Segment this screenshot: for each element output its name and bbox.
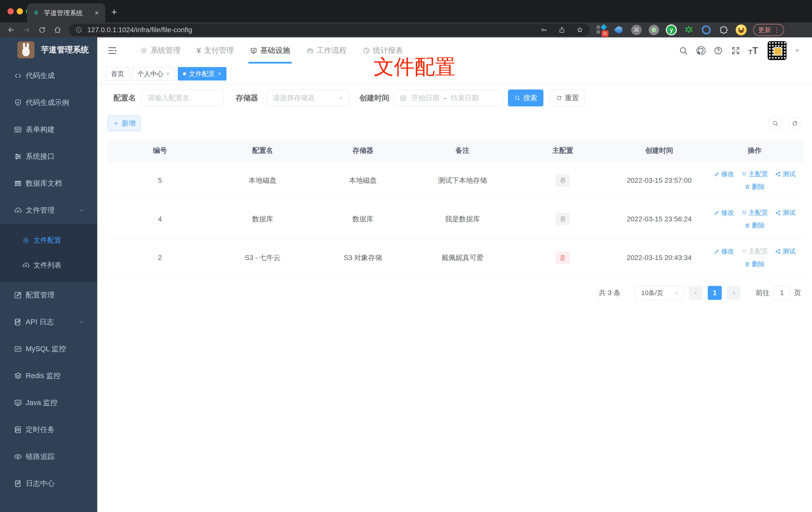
sidebar-item-trace[interactable]: 链路追踪 — [0, 443, 97, 470]
url-text[interactable]: 127.0.0.1:1024/infra/file/file-config — [87, 26, 530, 34]
avatar[interactable] — [767, 41, 787, 60]
storage-placeholder: 请选择存储器 — [273, 93, 315, 103]
avatar-caret-icon[interactable] — [794, 48, 800, 53]
sidebar-item-code-generation[interactable]: 代码生成 — [0, 62, 97, 89]
trash-icon — [745, 222, 750, 229]
traffic-light-minimize[interactable] — [17, 8, 23, 14]
reload-icon[interactable] — [38, 26, 47, 34]
page-size-select[interactable]: 10条/页 — [635, 286, 684, 300]
sidebar-item-db-doc[interactable]: 数据库文档 — [0, 170, 97, 197]
sidebar-menu: 代码生成 代码生成示例 表单构建 系统接口 数据库文档 文件管理 文件配置 — [0, 62, 97, 497]
tab-close-icon[interactable]: × — [218, 70, 221, 77]
new-tab-button[interactable]: + — [111, 7, 117, 17]
delete-link[interactable]: 删除 — [745, 182, 765, 191]
add-button[interactable]: 新增 — [108, 116, 141, 131]
show-search-button[interactable] — [768, 117, 782, 130]
font-size-icon[interactable]: TT — [748, 46, 758, 55]
view-tab-profile[interactable]: 个人中心 × — [132, 67, 175, 81]
edit-link[interactable]: 修改 — [714, 170, 734, 179]
sidebar-item-code-demo[interactable]: 代码生成示例 — [0, 89, 97, 116]
test-link[interactable]: 测试 — [775, 208, 795, 217]
view-tab-home[interactable]: 首页 — [106, 67, 129, 81]
cell-actions: 修改 主配置 测试 删除 — [705, 247, 804, 268]
extension-command-icon[interactable]: ⌘ — [631, 24, 642, 35]
goto-page-input[interactable] — [774, 286, 790, 300]
edit-icon — [714, 171, 720, 177]
sidebar-item-config-management[interactable]: 配置管理 — [0, 282, 97, 309]
master-link[interactable]: 主配置 — [741, 208, 768, 217]
refresh-table-button[interactable] — [788, 117, 802, 130]
browser-tab[interactable]: 芋道管理系统 × — [27, 3, 105, 23]
tab-close-icon[interactable]: × — [166, 70, 170, 77]
sliders-icon — [14, 152, 22, 161]
delete-link[interactable]: 删除 — [745, 260, 765, 268]
sidebar-item-system-api[interactable]: 系统接口 — [0, 143, 97, 170]
sidebar-item-file-list[interactable]: 文件列表 — [0, 253, 97, 278]
topnav-system[interactable]: 系统管理 — [132, 37, 188, 64]
share-icon[interactable] — [558, 26, 566, 34]
sidebar-item-file-management[interactable]: 文件管理 — [0, 197, 97, 224]
extension-dot-icon[interactable] — [648, 24, 659, 35]
date-range-picker[interactable]: 开始日期 - 结束日期 — [394, 90, 503, 106]
github-icon[interactable] — [696, 46, 705, 55]
cell-master: 否 — [512, 213, 613, 225]
view-tab-file-config[interactable]: 文件配置 × — [178, 67, 227, 81]
reset-button[interactable]: 重置 — [550, 89, 585, 107]
sidebar-item-label: Java 监控 — [26, 398, 57, 408]
start-date-placeholder[interactable]: 开始日期 — [411, 93, 439, 103]
topnav-infrastructure[interactable]: 基础设施 — [242, 37, 298, 64]
extension-emoji-icon[interactable] — [736, 24, 747, 35]
page-number-active[interactable]: 1 — [708, 286, 722, 300]
topnav-payment[interactable]: ¥ 支付管理 — [188, 37, 242, 64]
sidebar-item-mysql-monitor[interactable]: MySQL 监控 — [0, 335, 97, 362]
extension-eye-icon[interactable] — [701, 24, 712, 35]
address-bar[interactable]: 127.0.0.1:1024/infra/file/file-config — [69, 24, 590, 36]
edit-link[interactable]: 修改 — [714, 208, 734, 217]
test-link[interactable]: 测试 — [775, 247, 795, 256]
prev-page-button[interactable] — [689, 286, 703, 300]
extension-puzzle-icon[interactable] — [718, 24, 729, 35]
sidebar-item-file-config[interactable]: 文件配置 — [0, 228, 97, 253]
sidebar-item-redis-monitor[interactable]: Redis 监控 — [0, 362, 97, 389]
chevron-down-icon — [78, 319, 85, 325]
filter-form: 配置名 存储器 请选择存储器 创建时间 开始日期 - 结束日期 搜索 — [113, 90, 812, 106]
browser-menu-icon[interactable]: ⋮ — [774, 26, 780, 34]
extension-tabs-icon[interactable]: 11 — [596, 24, 607, 35]
forward-icon[interactable] — [23, 26, 31, 34]
sidebar-item-cron-job[interactable]: 定时任务 — [0, 416, 97, 443]
fullscreen-icon[interactable] — [731, 46, 741, 55]
sidebar-item-api-log[interactable]: API 日志 — [0, 309, 97, 335]
test-link[interactable]: 测试 — [775, 170, 795, 179]
sidebar-item-label: 文件管理 — [26, 205, 55, 215]
traffic-light-close[interactable] — [7, 8, 14, 14]
briefcase-icon — [306, 47, 314, 54]
search-button[interactable]: 搜索 — [508, 89, 543, 107]
calendar-icon — [400, 94, 407, 102]
extension-y-icon[interactable]: y — [666, 24, 677, 35]
sidebar-item-form-builder[interactable]: 表单构建 — [0, 116, 97, 143]
help-icon[interactable] — [714, 46, 723, 55]
end-date-placeholder[interactable]: 结束日期 — [451, 93, 478, 103]
search-icon[interactable] — [678, 46, 688, 55]
config-name-input[interactable] — [148, 94, 218, 102]
refresh-icon — [556, 95, 562, 101]
delete-link[interactable]: 删除 — [745, 221, 765, 230]
extension-balloon-icon[interactable] — [613, 24, 625, 35]
sidebar-fold-icon[interactable] — [107, 46, 117, 56]
back-icon[interactable] — [7, 26, 16, 34]
browser-update-button[interactable]: 更新 ⋮ — [753, 24, 784, 36]
site-info-icon[interactable] — [75, 26, 82, 33]
topnav-workflow[interactable]: 工作流程 — [298, 37, 355, 64]
sidebar-item-label: 日志中心 — [26, 479, 55, 488]
key-icon[interactable] — [540, 26, 548, 34]
extension-star-icon[interactable] — [683, 24, 694, 35]
home-icon[interactable] — [53, 26, 62, 34]
edit-link[interactable]: 修改 — [714, 247, 734, 256]
storage-select[interactable]: 请选择存储器 — [267, 90, 349, 106]
tab-close-icon[interactable]: × — [94, 9, 100, 17]
master-link[interactable]: 主配置 — [741, 170, 768, 179]
next-page-button[interactable] — [727, 286, 741, 300]
bookmark-star-icon[interactable] — [576, 26, 584, 34]
sidebar-item-log-center[interactable]: 日志中心 — [0, 470, 97, 497]
sidebar-item-java-monitor[interactable]: Java 监控 — [0, 389, 97, 416]
